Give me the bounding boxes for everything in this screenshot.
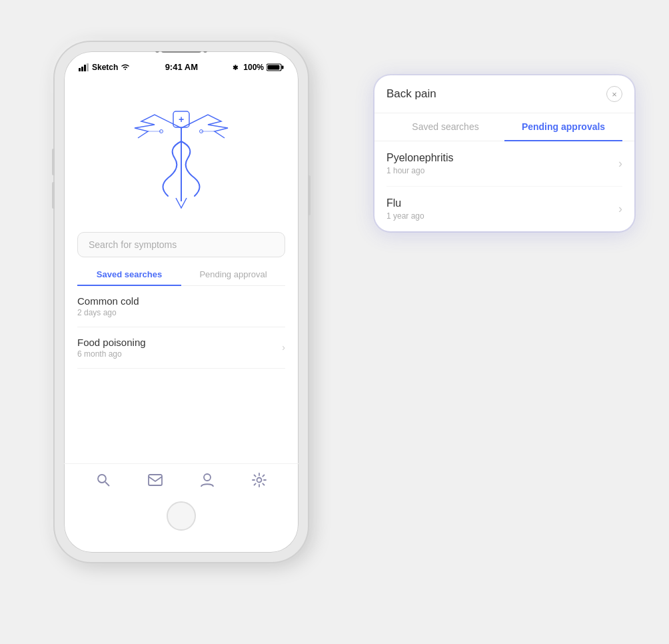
phone-search-bar[interactable]: Search for symptoms bbox=[77, 232, 285, 257]
notch-dot-2 bbox=[203, 51, 207, 53]
svg-line-16 bbox=[105, 482, 109, 486]
svg-rect-17 bbox=[149, 475, 162, 485]
card-item-subtitle: 1 year ago bbox=[386, 211, 424, 221]
battery-percent: 100% bbox=[243, 63, 264, 72]
svg-rect-3 bbox=[87, 63, 89, 71]
status-carrier: Sketch bbox=[79, 63, 130, 72]
spacer bbox=[64, 375, 299, 463]
volume-button-up bbox=[52, 149, 55, 175]
phone-device: Sketch 9:41 AM ✱ 100% bbox=[55, 42, 308, 562]
bluetooth-icon: ✱ bbox=[233, 64, 241, 71]
phone-list: Common cold 2 days ago Food poisoning 6 … bbox=[64, 286, 299, 375]
card-item-subtitle: 1 hour ago bbox=[386, 166, 454, 175]
carrier-label: Sketch bbox=[92, 63, 118, 72]
search-input-row: × bbox=[374, 75, 634, 113]
card-item-title: Pyelonephritis bbox=[386, 152, 454, 164]
screen-content: + bbox=[64, 75, 299, 536]
card-list-item[interactable]: Pyelonephritis 1 hour ago › bbox=[386, 141, 622, 187]
card-item-title: Flu bbox=[386, 197, 424, 209]
phone-tabs: Saved searches Pending approval bbox=[77, 264, 285, 286]
wifi-icon bbox=[121, 63, 130, 71]
nav-search-icon[interactable] bbox=[94, 471, 113, 489]
list-item-title: Common cold bbox=[77, 295, 139, 307]
phone-tab-saved[interactable]: Saved searches bbox=[77, 264, 181, 286]
list-item-subtitle: 2 days ago bbox=[77, 308, 139, 317]
svg-point-18 bbox=[204, 474, 211, 481]
nav-person-icon[interactable] bbox=[198, 471, 217, 489]
phone-search-placeholder: Search for symptoms bbox=[89, 239, 177, 250]
card-tab-saved[interactable]: Saved searches bbox=[386, 113, 504, 141]
search-clear-button[interactable]: × bbox=[606, 86, 622, 102]
svg-point-15 bbox=[98, 475, 106, 483]
power-button bbox=[308, 175, 311, 215]
home-button-area bbox=[64, 496, 299, 536]
nav-settings-icon[interactable] bbox=[250, 471, 269, 489]
phone-screen: Sketch 9:41 AM ✱ 100% bbox=[64, 51, 299, 553]
logo-area: + bbox=[64, 75, 299, 232]
svg-rect-2 bbox=[84, 65, 86, 71]
phone-tab-pending[interactable]: Pending approval bbox=[181, 264, 285, 285]
volume-button-down bbox=[52, 182, 55, 209]
nav-mail-icon[interactable] bbox=[146, 471, 165, 489]
status-time: 9:41 AM bbox=[165, 62, 198, 72]
svg-text:+: + bbox=[179, 114, 184, 125]
svg-text:✱: ✱ bbox=[233, 64, 239, 71]
scene: Sketch 9:41 AM ✱ 100% bbox=[35, 22, 634, 622]
svg-rect-6 bbox=[282, 65, 284, 69]
clear-icon: × bbox=[612, 89, 617, 99]
search-input[interactable] bbox=[386, 87, 606, 101]
status-bar: Sketch 9:41 AM ✱ 100% bbox=[64, 55, 299, 75]
svg-rect-1 bbox=[81, 67, 83, 71]
notch-bar bbox=[161, 51, 201, 53]
chevron-right-icon: › bbox=[618, 157, 622, 171]
chevron-right-icon: › bbox=[618, 202, 622, 216]
bottom-nav bbox=[64, 463, 299, 496]
svg-rect-7 bbox=[268, 65, 280, 69]
status-battery: ✱ 100% bbox=[233, 63, 284, 72]
list-item[interactable]: Common cold 2 days ago bbox=[77, 286, 285, 327]
signal-icon bbox=[79, 63, 89, 71]
svg-rect-0 bbox=[79, 68, 81, 71]
svg-point-19 bbox=[257, 478, 262, 483]
card-tabs: Saved searches Pending approvals bbox=[374, 113, 634, 141]
card-tab-pending[interactable]: Pending approvals bbox=[504, 113, 622, 141]
caduceus-logo: + bbox=[121, 88, 241, 221]
card-list-item[interactable]: Flu 1 year ago › bbox=[386, 187, 622, 231]
home-button[interactable] bbox=[167, 501, 196, 531]
list-item-title: Food poisoning bbox=[77, 337, 146, 348]
chevron-right-icon: › bbox=[282, 342, 285, 353]
floating-search-card: × Saved searches Pending approvals Pyelo… bbox=[374, 75, 634, 231]
battery-icon bbox=[267, 63, 284, 71]
notch-dot bbox=[155, 51, 159, 53]
card-list: Pyelonephritis 1 hour ago › Flu 1 year a… bbox=[374, 141, 634, 231]
list-item[interactable]: Food poisoning 6 month ago › bbox=[77, 327, 285, 369]
phone-notch bbox=[64, 51, 299, 53]
list-item-subtitle: 6 month ago bbox=[77, 349, 146, 359]
